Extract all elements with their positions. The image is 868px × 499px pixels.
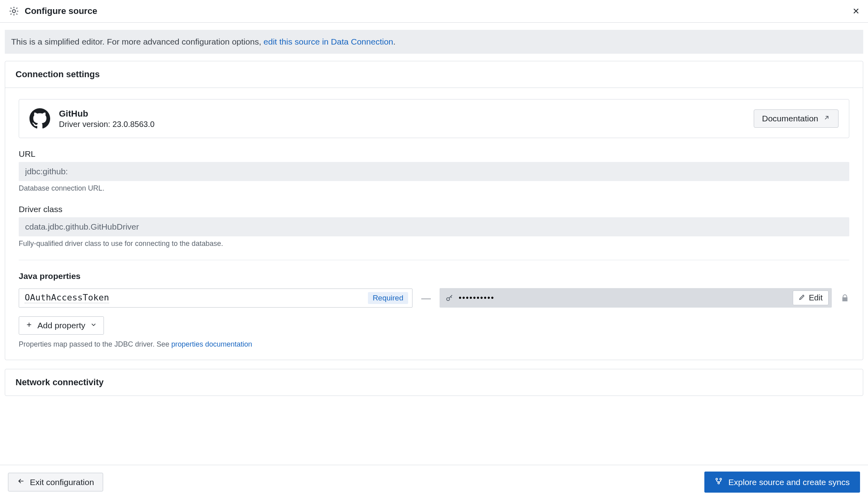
info-banner: This is a simplified editor. For more ad… xyxy=(5,30,863,54)
explore-source-label: Explore source and create syncs xyxy=(728,478,850,487)
section-connection-settings: Connection settings GitHub Driver versio… xyxy=(5,61,863,360)
page-header: Configure source × xyxy=(0,0,868,23)
lock-icon xyxy=(841,294,849,302)
java-property-value-field: Edit xyxy=(440,288,832,308)
edit-secret-button[interactable]: Edit xyxy=(793,290,829,305)
java-property-value-input[interactable] xyxy=(459,293,788,302)
source-driver-version: Driver version: 23.0.8563.0 xyxy=(59,120,154,129)
banner-text-prefix: This is a simplified editor. For more ad… xyxy=(11,37,264,46)
exit-configuration-button[interactable]: Exit configuration xyxy=(8,473,103,491)
add-property-label: Add property xyxy=(37,321,85,330)
banner-link-data-connection[interactable]: edit this source in Data Connection xyxy=(264,37,393,46)
java-property-row: OAuthAccessToken Required — xyxy=(19,288,849,308)
url-help-text: Database connection URL. xyxy=(19,184,849,193)
add-property-button[interactable]: Add property xyxy=(19,316,104,335)
edit-secret-label: Edit xyxy=(809,293,823,302)
page-footer: Exit configuration Explore source and cr… xyxy=(0,465,868,499)
source-summary-card: GitHub Driver version: 23.0.8563.0 Docum… xyxy=(19,99,849,138)
source-name: GitHub xyxy=(59,109,154,119)
java-properties-help: Properties map passed to the JDBC driver… xyxy=(19,340,849,349)
branch-icon xyxy=(715,477,723,487)
svg-point-0 xyxy=(12,10,16,13)
documentation-button-label: Documentation xyxy=(762,114,818,123)
svg-point-3 xyxy=(720,478,721,480)
section-network-connectivity: Network connectivity xyxy=(5,369,863,396)
external-link-icon xyxy=(823,114,830,123)
documentation-button[interactable]: Documentation xyxy=(754,109,839,128)
banner-text-suffix: . xyxy=(393,37,396,46)
field-group-url: URL Database connection URL. xyxy=(19,149,849,193)
arrow-left-icon xyxy=(17,477,25,487)
close-icon[interactable]: × xyxy=(853,6,859,17)
pencil-icon xyxy=(799,293,806,302)
driver-class-label: Driver class xyxy=(19,205,849,214)
explore-source-button[interactable]: Explore source and create syncs xyxy=(704,472,860,493)
source-config-icon xyxy=(9,6,19,16)
svg-point-4 xyxy=(718,482,719,484)
chevron-down-icon xyxy=(90,321,97,330)
properties-documentation-link[interactable]: properties documentation xyxy=(171,340,252,348)
plus-icon xyxy=(25,321,33,330)
section-header-network: Network connectivity xyxy=(5,369,863,396)
url-input[interactable] xyxy=(19,162,849,181)
java-property-key-field[interactable]: OAuthAccessToken Required xyxy=(19,288,412,308)
section-header-connection: Connection settings xyxy=(5,61,863,88)
github-icon xyxy=(29,108,50,129)
key-value-separator: — xyxy=(421,292,431,304)
required-badge: Required xyxy=(368,292,408,304)
driver-class-input[interactable] xyxy=(19,217,849,236)
url-label: URL xyxy=(19,149,849,159)
java-properties-title: Java properties xyxy=(19,271,849,281)
svg-point-2 xyxy=(716,478,717,480)
java-properties-help-prefix: Properties map passed to the JDBC driver… xyxy=(19,340,171,348)
secret-key-icon xyxy=(445,294,454,302)
section-divider xyxy=(19,260,849,260)
java-property-key: OAuthAccessToken xyxy=(25,292,109,303)
driver-class-help-text: Fully-qualified driver class to use for … xyxy=(19,240,849,248)
field-group-driver-class: Driver class Fully-qualified driver clas… xyxy=(19,205,849,248)
exit-configuration-label: Exit configuration xyxy=(30,478,94,487)
main-scroll-area[interactable]: Connection settings GitHub Driver versio… xyxy=(0,54,868,465)
page-title: Configure source xyxy=(25,6,97,16)
